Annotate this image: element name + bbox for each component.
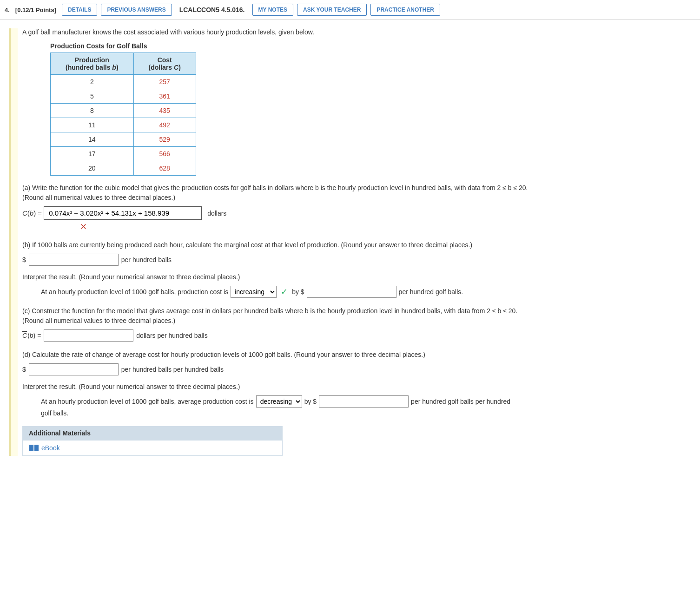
table-title: Production Costs for Golf Balls bbox=[50, 42, 534, 50]
ebook-link[interactable]: eBook bbox=[22, 440, 283, 456]
part-d-interpret-input[interactable] bbox=[319, 395, 409, 408]
question-title: LCALCCON5 4.5.016. bbox=[179, 6, 245, 13]
part-b-answer-row: $ per hundred balls bbox=[22, 254, 534, 266]
table-row: 17566 bbox=[51, 147, 196, 161]
svg-rect-1 bbox=[34, 445, 39, 451]
previous-answers-button[interactable]: PREVIOUS ANSWERS bbox=[101, 4, 172, 16]
svg-rect-0 bbox=[29, 445, 33, 451]
table-cell-production: 2 bbox=[51, 75, 134, 89]
part-c-block: (c) Construct the function for the model… bbox=[22, 306, 534, 342]
part-b-interpret-prefix: At an hourly production level of 1000 go… bbox=[41, 288, 228, 296]
part-d-interpret-suffix: per hundred golf balls per hundred bbox=[411, 398, 510, 405]
part-d-dollar: $ bbox=[22, 366, 26, 373]
table-cell-cost: 492 bbox=[133, 118, 196, 132]
table-cell-cost: 361 bbox=[133, 89, 196, 104]
table-cell-cost: 435 bbox=[133, 104, 196, 118]
question-number: 4. bbox=[5, 7, 10, 13]
part-d-interpret-row: At an hourly production level of 1000 go… bbox=[41, 395, 534, 408]
part-a-text: (a) Write the function for the cubic mod… bbox=[22, 183, 534, 203]
part-a-incorrect-icon: ✕ bbox=[80, 222, 87, 231]
part-b-dollar: $ bbox=[22, 256, 26, 263]
part-a-block: (a) Write the function for the cubic mod… bbox=[22, 183, 534, 232]
part-b-interpret-suffix: per hundred golf balls. bbox=[399, 288, 463, 296]
part-b-interpret-row: At an hourly production level of 1000 go… bbox=[41, 286, 534, 298]
part-b-interpret-text: Interpret the result. (Round your numeri… bbox=[22, 272, 534, 282]
part-d-by: by $ bbox=[304, 398, 317, 405]
table-header-cost: Cost(dollars C) bbox=[133, 53, 196, 75]
question-intro: A golf ball manufacturer knows the cost … bbox=[22, 28, 534, 36]
table-cell-production: 14 bbox=[51, 132, 134, 147]
part-b-by: by $ bbox=[292, 288, 304, 296]
table-cell-production: 8 bbox=[51, 104, 134, 118]
part-b-block: (b) If 1000 balls are currently being pr… bbox=[22, 240, 534, 298]
part-d-interpret-prefix: At an hourly production level of 1000 go… bbox=[41, 398, 254, 405]
part-a-label: C(b) = bbox=[22, 209, 42, 217]
part-d-answer-row: $ per hundred balls per hundred balls bbox=[22, 363, 534, 375]
table-cell-cost: 628 bbox=[133, 161, 196, 176]
part-d-units: per hundred balls per hundred balls bbox=[121, 366, 224, 373]
table-cell-cost: 257 bbox=[133, 75, 196, 89]
table-cell-production: 20 bbox=[51, 161, 134, 176]
part-a-answer-row: C(b) = dollars bbox=[22, 206, 534, 220]
part-b-interpret-input[interactable] bbox=[307, 286, 396, 298]
left-accent-bar bbox=[9, 28, 18, 456]
table-cell-production: 11 bbox=[51, 118, 134, 132]
part-d-input[interactable] bbox=[29, 363, 119, 375]
table-cell-production: 17 bbox=[51, 147, 134, 161]
table-cell-production: 5 bbox=[51, 89, 134, 104]
details-button[interactable]: DETAILS bbox=[62, 4, 97, 16]
ebook-svg-icon bbox=[29, 444, 39, 452]
ebook-label: eBook bbox=[41, 444, 60, 452]
ask-teacher-button[interactable]: ASK YOUR TEACHER bbox=[297, 4, 367, 16]
part-c-answer-row: C(b) = dollars per hundred balls bbox=[22, 329, 534, 342]
points-display: [0.12/1 Points] bbox=[15, 7, 56, 13]
part-d-interpret-text: Interpret the result. (Round your numeri… bbox=[22, 382, 534, 392]
table-row: 8435 bbox=[51, 104, 196, 118]
part-c-input[interactable] bbox=[44, 329, 133, 342]
part-c-label: C(b) = bbox=[22, 332, 41, 339]
table-header-production: Production(hundred balls b) bbox=[51, 53, 134, 75]
my-notes-button[interactable]: MY NOTES bbox=[252, 4, 293, 16]
part-d-block: (d) Calculate the rate of change of aver… bbox=[22, 350, 534, 417]
table-cell-cost: 529 bbox=[133, 132, 196, 147]
ebook-icon bbox=[29, 444, 39, 452]
part-b-input[interactable] bbox=[29, 254, 119, 266]
toolbar: 4. [0.12/1 Points] DETAILS PREVIOUS ANSW… bbox=[0, 0, 700, 20]
table-header-row: Production(hundred balls b) Cost(dollars… bbox=[51, 53, 196, 75]
table-row: 14529 bbox=[51, 132, 196, 147]
part-c-text: (c) Construct the function for the model… bbox=[22, 306, 534, 326]
part-a-input[interactable] bbox=[44, 206, 202, 220]
part-b-dropdown[interactable]: increasing decreasing bbox=[231, 286, 277, 298]
part-d-dropdown[interactable]: increasing decreasing bbox=[256, 395, 302, 408]
table-row: 5361 bbox=[51, 89, 196, 104]
table-row: 11492 bbox=[51, 118, 196, 132]
part-b-units: per hundred balls bbox=[121, 256, 172, 263]
table-row: 2257 bbox=[51, 75, 196, 89]
table-cell-cost: 566 bbox=[133, 147, 196, 161]
part-d-text: (d) Calculate the rate of change of aver… bbox=[22, 350, 534, 360]
content-area: A golf ball manufacturer knows the cost … bbox=[22, 28, 534, 456]
production-table: Production(hundred balls b) Cost(dollars… bbox=[50, 53, 196, 176]
part-c-units: dollars per hundred balls bbox=[136, 332, 207, 339]
main-content: A golf ball manufacturer knows the cost … bbox=[0, 20, 700, 464]
part-a-units: dollars bbox=[207, 210, 226, 217]
part-b-text: (b) If 1000 balls are currently being pr… bbox=[22, 240, 534, 250]
practice-another-button[interactable]: PRACTICE ANOTHER bbox=[370, 4, 440, 16]
table-row: 20628 bbox=[51, 161, 196, 176]
part-d-interpret-suffix2: golf balls. bbox=[41, 409, 68, 417]
additional-materials-header: Additional Materials bbox=[22, 426, 283, 440]
part-b-check-icon: ✓ bbox=[281, 287, 288, 297]
